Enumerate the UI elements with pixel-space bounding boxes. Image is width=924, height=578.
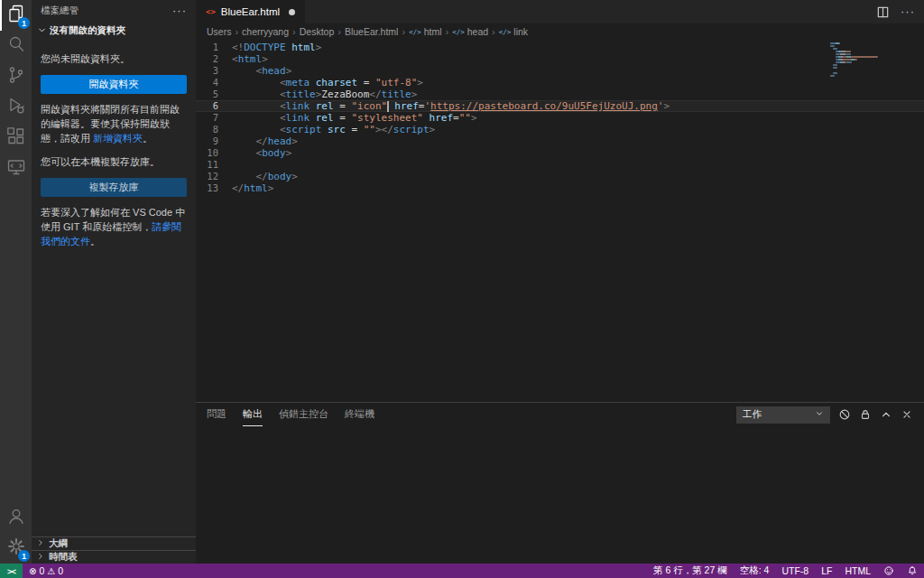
- close-panel-icon[interactable]: [901, 408, 913, 421]
- sidebar-spacer: [32, 249, 196, 537]
- breadcrumb-separator-icon: ›: [402, 26, 405, 37]
- debug-icon: [5, 95, 27, 120]
- activity-explorer[interactable]: 1: [0, 0, 32, 31]
- timeline-section[interactable]: 時間表: [32, 550, 196, 564]
- panel-controls: 工作: [736, 406, 913, 424]
- breadcrumb-item[interactable]: </>html: [409, 26, 441, 37]
- activity-source-control[interactable]: [0, 61, 32, 92]
- code-line[interactable]: 3 <head>: [196, 65, 924, 77]
- tab-bar: <> BlueEar.html ···: [196, 0, 924, 23]
- code-line[interactable]: 11: [196, 159, 924, 171]
- outline-section[interactable]: 大綱: [32, 536, 196, 550]
- activity-bar-spacer: [0, 184, 32, 502]
- add-folder-link[interactable]: 新增資料夾: [93, 133, 143, 144]
- activity-remote-explorer[interactable]: [0, 154, 32, 184]
- code-line[interactable]: 1<!DOCTYPE html>: [196, 42, 924, 53]
- code-line[interactable]: 7 <link rel = "stylesheet" href="">: [196, 112, 924, 124]
- clone-repository-button[interactable]: 複製存放庫: [41, 178, 187, 197]
- line-number[interactable]: 3: [196, 65, 232, 77]
- line-number[interactable]: 8: [196, 124, 232, 135]
- source-control-icon: [5, 64, 27, 89]
- timeline-label: 時間表: [49, 551, 78, 564]
- breadcrumb-item[interactable]: Users: [207, 26, 231, 37]
- eol-selector[interactable]: LF: [815, 564, 838, 578]
- settings-badge: 1: [18, 550, 30, 562]
- remote-explorer-icon: [5, 156, 27, 182]
- activity-extensions[interactable]: [0, 123, 32, 154]
- code-line[interactable]: 9 </head>: [196, 135, 924, 147]
- code-line[interactable]: 12 </body>: [196, 171, 924, 182]
- html-symbol-icon: </>: [452, 28, 465, 36]
- breadcrumb-item[interactable]: </>head: [452, 26, 488, 37]
- language-mode[interactable]: HTML: [838, 564, 877, 578]
- line-number[interactable]: 4: [196, 77, 232, 89]
- breadcrumb-item[interactable]: BlueEar.html: [345, 26, 399, 37]
- breadcrumb-item[interactable]: </>link: [499, 26, 528, 37]
- error-icon: ⊗: [29, 566, 36, 576]
- activity-run-debug[interactable]: [0, 92, 32, 123]
- cursor-position[interactable]: 第 6 行，第 27 欄: [647, 564, 734, 578]
- outline-label: 大綱: [49, 537, 68, 550]
- notifications-bell-icon[interactable]: [901, 564, 924, 578]
- indentation[interactable]: 空格: 4: [734, 564, 776, 578]
- breadcrumb-separator-icon: ›: [446, 26, 449, 37]
- line-number[interactable]: 10: [196, 147, 232, 159]
- explorer-badge: 1: [18, 17, 30, 29]
- code-line[interactable]: 13</html>: [196, 182, 924, 194]
- remote-indicator[interactable]: ><: [0, 564, 23, 578]
- breadcrumb-separator-icon: ›: [235, 26, 238, 37]
- line-number[interactable]: 13: [196, 182, 232, 194]
- code-line[interactable]: 5 <title>ZezaBoom</title>: [196, 89, 924, 100]
- feedback-icon[interactable]: [877, 564, 901, 578]
- activity-account[interactable]: [0, 502, 32, 533]
- line-number[interactable]: 12: [196, 171, 232, 182]
- problems-status[interactable]: ⊗ 0 ⚠ 0: [23, 564, 69, 578]
- sidebar-title: 檔案總管: [41, 5, 79, 17]
- line-number[interactable]: 11: [196, 159, 232, 171]
- line-number[interactable]: 7: [196, 112, 232, 124]
- line-number[interactable]: 1: [196, 42, 232, 53]
- note-period: 。: [143, 133, 152, 144]
- lock-scroll-icon[interactable]: [859, 408, 872, 421]
- section-label: 沒有開啟的資料夾: [50, 24, 125, 37]
- editor-more-actions-icon[interactable]: ···: [901, 9, 915, 14]
- panel-tab[interactable]: 偵錯主控台: [279, 403, 328, 426]
- code-line[interactable]: 10 <body>: [196, 147, 924, 159]
- line-number[interactable]: 2: [196, 53, 232, 65]
- code-line[interactable]: 4 <meta charset = "utf-8">: [196, 77, 924, 89]
- editor[interactable]: 1<!DOCTYPE html>2<html>3 <head>4 <meta c…: [196, 40, 924, 402]
- chevron-down-icon: [815, 409, 824, 420]
- breadcrumb-item[interactable]: cherryyang: [242, 26, 289, 37]
- vscode-window: 1: [0, 0, 924, 578]
- error-count: 0: [40, 565, 45, 576]
- panel-bar: 問題輸出偵錯主控台終端機 工作: [196, 403, 924, 426]
- section-no-opened-folder[interactable]: 沒有開啟的資料夾: [32, 22, 196, 40]
- line-number[interactable]: 6: [196, 100, 232, 112]
- open-folder-button[interactable]: 開啟資料夾: [41, 75, 187, 94]
- activity-settings[interactable]: 1: [0, 533, 32, 564]
- maximize-panel-icon[interactable]: [880, 408, 892, 421]
- code-line[interactable]: 8 <script src = ""></script>: [196, 124, 924, 135]
- split-editor-icon[interactable]: [876, 5, 890, 19]
- output-channel-select[interactable]: 工作: [736, 406, 830, 424]
- code-line[interactable]: 2<html>: [196, 53, 924, 65]
- unsaved-dot-icon[interactable]: [289, 9, 295, 15]
- html-file-icon: <>: [206, 7, 216, 16]
- panel-tab[interactable]: 終端機: [345, 403, 374, 426]
- empty-folder-text: 您尚未開啟資料夾。: [41, 52, 187, 67]
- breadcrumb-item[interactable]: Desktop: [300, 26, 335, 37]
- activity-search[interactable]: [0, 31, 32, 61]
- minimap[interactable]: [830, 42, 911, 78]
- panel-tab[interactable]: 輸出: [243, 403, 263, 426]
- more-actions-icon[interactable]: ···: [172, 8, 187, 14]
- line-number[interactable]: 5: [196, 89, 232, 100]
- open-folder-note: 開啟資料夾將關閉所有目前開啟的編輯器。要使其保持開啟狀態，請改用 新增資料夾。: [41, 103, 187, 146]
- bottom-panel: 問題輸出偵錯主控台終端機 工作: [196, 402, 924, 564]
- clear-output-icon[interactable]: [838, 408, 851, 421]
- tab-blueear-html[interactable]: <> BlueEar.html: [196, 0, 305, 23]
- code-line[interactable]: 6 <link rel = "icon" href='https://paste…: [196, 100, 924, 112]
- encoding[interactable]: UTF-8: [775, 564, 815, 578]
- panel-tab[interactable]: 問題: [207, 403, 226, 426]
- line-number[interactable]: 9: [196, 135, 232, 147]
- warning-count: 0: [58, 565, 63, 576]
